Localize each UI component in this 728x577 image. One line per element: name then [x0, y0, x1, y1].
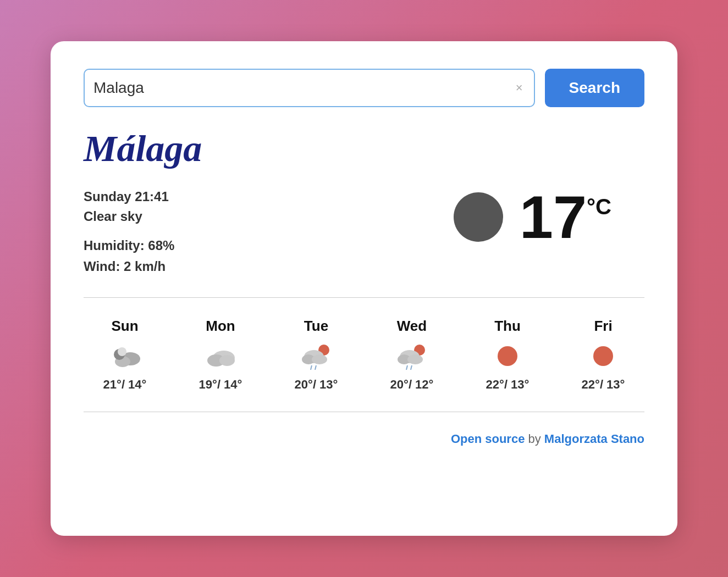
weather-card: × Search Málaga Sunday 21:41 Clear sky H… [51, 41, 677, 536]
forecast-day-sun: Sun 21°/ 14° [89, 318, 161, 392]
svg-point-16 [407, 354, 423, 364]
moon-icon [454, 192, 503, 242]
svg-line-11 [311, 365, 312, 370]
footer: Open source by Malgorzata Stano [84, 432, 644, 446]
divider-bottom [84, 412, 644, 412]
sun-fri-svg [586, 342, 621, 370]
svg-point-20 [593, 346, 613, 366]
temperature-display: 17°C [520, 187, 611, 247]
svg-point-10 [312, 354, 327, 364]
forecast-temps-sun: 21°/ 14° [103, 378, 147, 392]
current-datetime: Sunday 21:41 Clear sky [84, 187, 454, 226]
day-label-thu: Thu [494, 318, 521, 335]
day-label-sun: Sun [111, 318, 138, 335]
current-condition: Clear sky [84, 209, 142, 224]
current-extra: Humidity: 68% Wind: 2 km/h [84, 235, 454, 278]
cloud-night-svg [107, 342, 142, 370]
day-label-wed: Wed [397, 318, 427, 335]
wind: Wind: 2 km/h [84, 256, 454, 277]
temperature-value: 17 [520, 187, 587, 247]
forecast-day-fri: Fri 22°/ 13° [567, 318, 639, 392]
svg-point-3 [118, 347, 126, 356]
forecast-icon-fri [586, 342, 621, 370]
sun-thu-svg [490, 342, 525, 370]
forecast-temps-tue: 20°/ 13° [295, 378, 338, 392]
clear-icon[interactable]: × [514, 79, 525, 97]
current-weather: Sunday 21:41 Clear sky Humidity: 68% Win… [84, 187, 644, 278]
forecast-row: Sun 21°/ 14° Mon [84, 318, 644, 392]
svg-line-18 [411, 365, 412, 370]
svg-line-17 [406, 365, 407, 370]
forecast-day-mon: Mon 19°/ 14° [185, 318, 256, 392]
current-details: Sunday 21:41 Clear sky Humidity: 68% Win… [84, 187, 454, 278]
svg-point-6 [219, 355, 235, 366]
author-link[interactable]: Malgorzata Stano [544, 432, 644, 446]
svg-point-19 [498, 346, 517, 366]
cloud-rain-sun-tue-svg [299, 342, 334, 370]
divider-top [84, 297, 644, 298]
cloud-rain-sun-wed-svg [394, 342, 429, 370]
city-title: Málaga [84, 127, 644, 170]
forecast-icon-mon [203, 342, 238, 370]
forecast-temps-wed: 20°/ 12° [390, 378, 434, 392]
forecast-icon-tue [299, 342, 334, 370]
search-input-wrapper: × [84, 69, 535, 107]
forecast-day-thu: Thu 22°/ 13° [472, 318, 543, 392]
forecast-temps-fri: 22°/ 13° [582, 378, 625, 392]
current-icon-temp: 17°C [454, 187, 644, 247]
by-text: by [528, 432, 544, 446]
current-time-val: 21:41 [135, 189, 168, 204]
day-label-tue: Tue [304, 318, 328, 335]
search-button[interactable]: Search [545, 69, 644, 107]
humidity: Humidity: 68% [84, 235, 454, 256]
open-source-link[interactable]: Open source [451, 432, 525, 446]
temperature-unit: °C [587, 196, 611, 218]
forecast-temps-mon: 19°/ 14° [199, 378, 242, 392]
forecast-temps-thu: 22°/ 13° [486, 378, 530, 392]
search-row: × Search [84, 69, 644, 107]
search-input[interactable] [93, 79, 514, 97]
forecast-day-tue: Tue 20°/ 13° [280, 318, 352, 392]
forecast-day-wed: Wed 20°/ 12° [376, 318, 448, 392]
forecast-icon-wed [394, 342, 429, 370]
current-day: Sunday [84, 189, 131, 204]
forecast-icon-sun [107, 342, 142, 370]
svg-line-12 [315, 365, 316, 370]
cloud-svg [203, 342, 238, 370]
day-label-mon: Mon [206, 318, 235, 335]
day-label-fri: Fri [594, 318, 612, 335]
forecast-icon-thu [490, 342, 525, 370]
